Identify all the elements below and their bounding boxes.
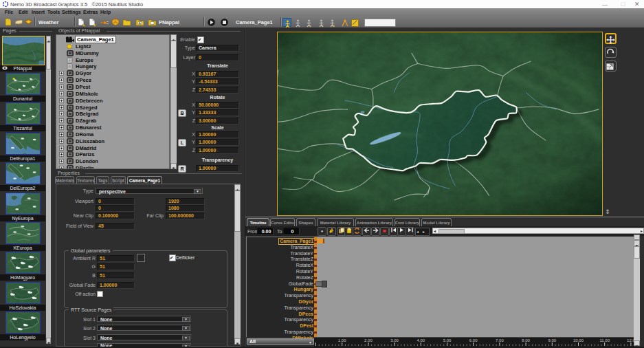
svg-text:4.00: 4.00 (417, 338, 425, 342)
svg-text:3.00: 3.00 (390, 338, 399, 342)
svg-text:5.00: 5.00 (443, 338, 452, 342)
svg-text:9.00: 9.00 (548, 338, 556, 342)
svg-text:10.00: 10.00 (573, 338, 584, 342)
svg-text:8.00: 8.00 (522, 338, 530, 342)
svg-text:6.00: 6.00 (469, 338, 478, 342)
svg-text:r: r (322, 23, 323, 28)
svg-text:s: s (333, 23, 335, 28)
svg-text:A: A (139, 21, 141, 25)
svg-text:1.00: 1.00 (338, 338, 346, 342)
svg-text:2.00: 2.00 (364, 338, 373, 342)
svg-text:7.00: 7.00 (496, 338, 504, 342)
svg-text:11.00: 11.00 (599, 338, 610, 342)
svg-text:12.0: 12.0 (627, 338, 634, 342)
